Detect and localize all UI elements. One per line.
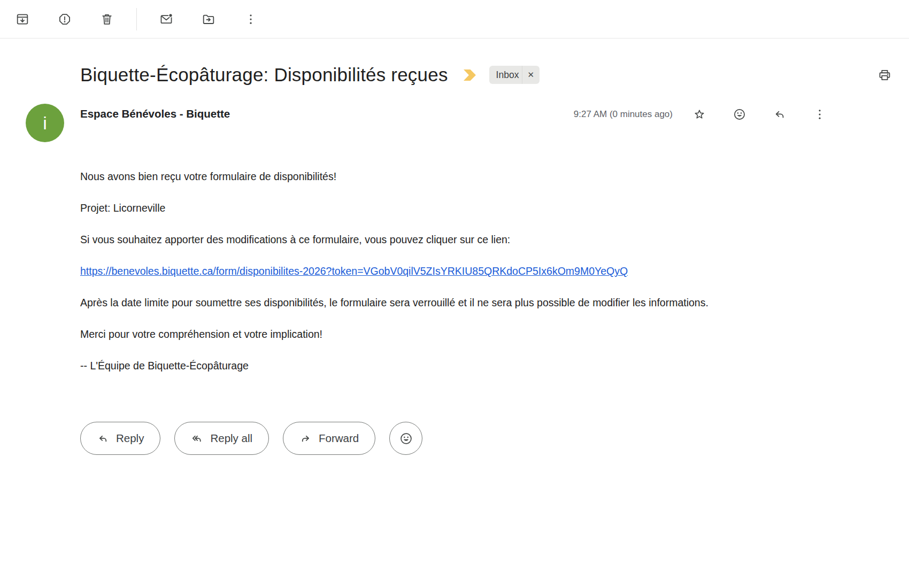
archive-icon xyxy=(16,12,29,26)
sender-name[interactable]: Espace Bénévoles - Biquette xyxy=(80,107,230,120)
body-paragraph: Après la date limite pour soumettre ses … xyxy=(80,294,781,312)
sender-avatar[interactable]: i xyxy=(26,104,64,142)
sender-row: i Espace Bénévoles - Biquette 9:27 AM (0… xyxy=(0,104,909,142)
add-reaction-button[interactable] xyxy=(729,104,750,125)
emoji-icon xyxy=(733,107,746,121)
email-body: Nous avons bien reçu votre formulaire de… xyxy=(0,168,861,375)
mark-unread-button[interactable] xyxy=(153,6,179,32)
subject-row: Biquette-Écopâturage: Disponibilités reç… xyxy=(0,62,909,88)
signature: -- L'Équipe de Biquette-Écopâturage xyxy=(80,357,781,375)
report-spam-icon xyxy=(58,12,72,26)
actions-row: Reply Reply all Forward xyxy=(0,422,909,455)
reply-button[interactable]: Reply xyxy=(80,422,160,455)
email-subject: Biquette-Écopâturage: Disponibilités reç… xyxy=(80,64,448,86)
archive-button[interactable] xyxy=(10,6,35,32)
delete-button[interactable] xyxy=(94,6,120,32)
reply-all-icon xyxy=(191,432,203,445)
inbox-label-text: Inbox xyxy=(496,69,519,81)
body-paragraph: Nous avons bien reçu votre formulaire de… xyxy=(80,168,781,185)
email-toolbar xyxy=(0,0,909,38)
body-paragraph: Si vous souhaitez apporter des modificat… xyxy=(80,231,781,249)
reply-all-label: Reply all xyxy=(210,432,252,445)
print-button[interactable] xyxy=(872,62,897,88)
emoji-reaction-button[interactable] xyxy=(389,422,422,455)
forward-icon xyxy=(299,432,312,445)
sender-meta: 9:27 AM (0 minutes ago) xyxy=(574,104,830,125)
body-paragraph: Projet: Licorneville xyxy=(80,199,781,217)
mark-unread-icon xyxy=(159,12,173,26)
message-more-button[interactable] xyxy=(809,104,830,125)
delete-icon xyxy=(100,12,114,26)
print-icon xyxy=(877,68,892,82)
move-to-folder-icon xyxy=(202,12,215,26)
reply-all-button[interactable]: Reply all xyxy=(174,422,269,455)
reply-label: Reply xyxy=(116,432,144,445)
emoji-icon xyxy=(399,431,413,446)
more-options-button[interactable] xyxy=(238,6,264,32)
avatar-letter: i xyxy=(43,113,47,134)
remove-label-icon[interactable]: ✕ xyxy=(522,66,540,84)
importance-marker-icon[interactable] xyxy=(463,69,476,81)
toolbar-divider xyxy=(136,8,137,30)
move-to-button[interactable] xyxy=(196,6,221,32)
body-paragraph: Merci pour votre compréhension et votre … xyxy=(80,326,781,343)
timestamp: 9:27 AM (0 minutes ago) xyxy=(574,109,673,120)
header-reply-button[interactable] xyxy=(769,104,790,125)
body-link-paragraph: https://benevoles.biquette.ca/form/dispo… xyxy=(80,262,781,280)
report-spam-button[interactable] xyxy=(52,6,78,32)
star-button[interactable] xyxy=(689,104,710,125)
forward-label: Forward xyxy=(319,432,359,445)
more-vert-icon xyxy=(813,107,827,121)
reply-icon xyxy=(97,432,109,445)
star-icon xyxy=(692,107,706,121)
reply-icon xyxy=(773,107,787,121)
form-link[interactable]: https://benevoles.biquette.ca/form/dispo… xyxy=(80,265,628,277)
forward-button[interactable]: Forward xyxy=(283,422,375,455)
inbox-label-chip[interactable]: Inbox ✕ xyxy=(489,66,540,84)
more-vert-icon xyxy=(244,12,258,26)
